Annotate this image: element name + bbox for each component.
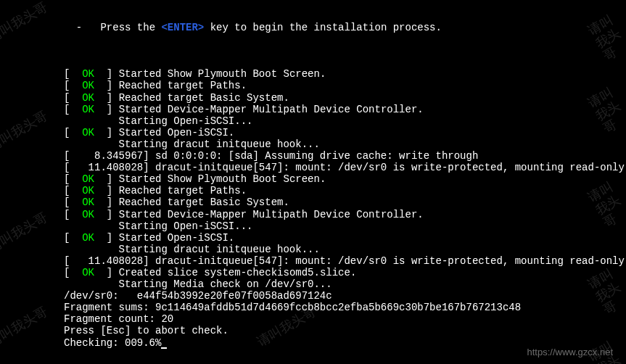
boot-line: [ 11.408028] dracut-initqueue[547]: moun… xyxy=(64,255,626,267)
message: Starting Open-iSCSI... xyxy=(64,220,252,232)
message: Started Open-iSCSI. xyxy=(119,232,235,244)
bracket-open: [ xyxy=(64,209,82,220)
enter-key: <ENTER> xyxy=(161,22,204,33)
message: Started Show Plymouth Boot Screen. xyxy=(119,173,326,185)
message: Press [Esc] to abort check. xyxy=(64,325,228,336)
ok-status: OK xyxy=(82,68,94,80)
bracket-close: ] xyxy=(94,232,119,244)
boot-line: [ OK ] Started Show Plymouth Boot Screen… xyxy=(64,68,626,80)
message: Started Device-Mapper Multipath Device C… xyxy=(119,209,424,220)
bracket-open: [ xyxy=(64,80,82,91)
ok-status: OK xyxy=(82,232,94,244)
boot-line: [ OK ] Reached target Basic System. xyxy=(64,92,626,104)
bracket-close: ] xyxy=(94,267,119,278)
boot-line: [ 11.408028] dracut-initqueue[547]: moun… xyxy=(64,162,626,173)
bracket-close: ] xyxy=(94,209,119,220)
bracket-open: [ xyxy=(64,92,82,104)
boot-line: [ OK ] Started Device-Mapper Multipath D… xyxy=(64,209,626,220)
watermark: 请叫我头哥 xyxy=(0,0,50,45)
ok-status: OK xyxy=(82,173,94,185)
boot-line: Fragment count: 20 xyxy=(64,313,626,325)
ok-status: OK xyxy=(82,104,94,115)
bracket-open: [ xyxy=(64,173,82,185)
boot-line: Starting Open-iSCSI... xyxy=(64,220,626,232)
bracket-open: [ xyxy=(64,185,82,197)
boot-line: [ OK ] Started Open-iSCSI. xyxy=(64,232,626,244)
message: Fragment sums: 9c114649afddb51d7d4669fcc… xyxy=(64,302,521,313)
message: [ 8.345967] sd 0:0:0:0: [sda] Assuming d… xyxy=(64,150,478,162)
terminal-output: - Press the <ENTER> key to begin the ins… xyxy=(64,22,626,349)
boot-line: Starting dracut initqueue hook... xyxy=(64,244,626,255)
bracket-close: ] xyxy=(94,80,119,91)
boot-line: Checking: 009.6% xyxy=(64,337,626,349)
bracket-close: ] xyxy=(94,173,119,185)
boot-line: Press [Esc] to abort check. xyxy=(64,325,626,336)
bracket-open: [ xyxy=(64,68,82,80)
message: Starting Open-iSCSI... xyxy=(64,115,252,127)
bracket-close: ] xyxy=(94,92,119,104)
press-text: Press the xyxy=(100,22,161,33)
bracket-open: [ xyxy=(64,127,82,138)
ok-status: OK xyxy=(82,197,94,208)
message: /dev/sr0: e44f54b3992e20fe07f0058ad69712… xyxy=(64,290,332,302)
boot-line: Starting dracut initqueue hook... xyxy=(64,138,626,150)
watermark-url: https://www.gzcx.net xyxy=(527,347,614,358)
blank xyxy=(64,57,626,68)
bracket-close: ] xyxy=(94,127,119,138)
boot-line: [ OK ] Reached target Basic System. xyxy=(64,197,626,208)
ok-status: OK xyxy=(82,267,94,278)
boot-line: [ OK ] Started Open-iSCSI. xyxy=(64,127,626,138)
message: [ 11.408028] dracut-initqueue[547]: moun… xyxy=(64,162,625,173)
message: Reached target Basic System. xyxy=(119,197,289,208)
boot-line: /dev/sr0: e44f54b3992e20fe07f0058ad69712… xyxy=(64,290,626,302)
boot-line: [ 8.345967] sd 0:0:0:0: [sda] Assuming d… xyxy=(64,150,626,162)
boot-line: Fragment sums: 9c114649afddb51d7d4669fcc… xyxy=(64,302,626,313)
bracket-close: ] xyxy=(94,68,119,80)
header-line: - Press the <ENTER> key to begin the ins… xyxy=(64,22,626,33)
message: Started Open-iSCSI. xyxy=(119,127,235,138)
message: Reached target Paths. xyxy=(119,80,247,91)
bracket-close: ] xyxy=(94,197,119,208)
boot-line: [ OK ] Reached target Paths. xyxy=(64,80,626,91)
message: [ 11.408028] dracut-initqueue[547]: moun… xyxy=(64,255,625,267)
boot-line: [ OK ] Started Device-Mapper Multipath D… xyxy=(64,104,626,115)
message: Starting Media check on /dev/sr0... xyxy=(64,278,332,290)
watermark: 请叫我头哥 xyxy=(0,304,50,349)
message: Fragment count: 20 xyxy=(64,313,173,325)
ok-status: OK xyxy=(82,127,94,138)
message: Starting dracut initqueue hook... xyxy=(64,138,320,150)
bracket-open: [ xyxy=(64,232,82,244)
message: Started Show Plymouth Boot Screen. xyxy=(119,68,326,80)
bracket-close: ] xyxy=(94,104,119,115)
ok-status: OK xyxy=(82,209,94,220)
bracket-open: [ xyxy=(64,267,82,278)
blank xyxy=(64,33,626,45)
message: Created slice system-checkisomd5.slice. xyxy=(119,267,357,278)
boot-line: [ OK ] Reached target Paths. xyxy=(64,185,626,197)
ok-status: OK xyxy=(82,80,94,91)
ok-status: OK xyxy=(82,185,94,197)
message: Starting dracut initqueue hook... xyxy=(64,244,320,255)
message: Reached target Basic System. xyxy=(119,92,289,104)
bracket-close: ] xyxy=(94,185,119,197)
bracket-open: [ xyxy=(64,104,82,115)
blank xyxy=(64,45,626,57)
boot-line: [ OK ] Created slice system-checkisomd5.… xyxy=(64,267,626,278)
message: Reached target Paths. xyxy=(119,185,247,197)
boot-line: [ OK ] Started Show Plymouth Boot Screen… xyxy=(64,173,626,185)
message: Started Device-Mapper Multipath Device C… xyxy=(119,104,424,115)
bracket-open: [ xyxy=(64,197,82,208)
boot-line: Starting Media check on /dev/sr0... xyxy=(64,278,626,290)
rest-text: key to begin the installation process. xyxy=(204,22,442,33)
checking-text: Checking: 009.6% xyxy=(64,337,161,349)
dash: - xyxy=(76,22,82,33)
watermark: 请叫我头哥 xyxy=(0,108,50,154)
watermark: 请叫我头哥 xyxy=(0,210,50,255)
boot-line: Starting Open-iSCSI... xyxy=(64,115,626,127)
ok-status: OK xyxy=(82,92,94,104)
cursor xyxy=(161,347,167,349)
